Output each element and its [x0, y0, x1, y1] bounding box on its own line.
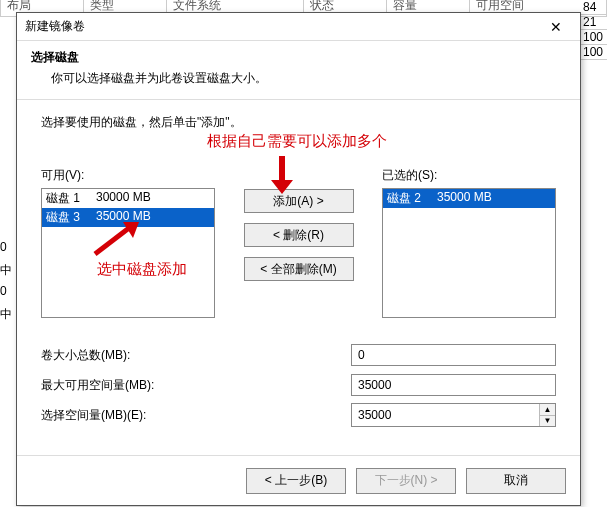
total-size-label: 卷大小总数(MB): [41, 347, 351, 364]
instruction-text: 选择要使用的磁盘，然后单击"添加"。 [41, 114, 556, 131]
select-space-spinner[interactable]: ▲ ▼ [351, 403, 556, 427]
select-space-label: 选择空间量(MB)(E): [41, 407, 351, 424]
close-button[interactable]: ✕ [536, 15, 576, 39]
selected-label: 已选的(S): [382, 167, 556, 184]
available-listbox[interactable]: 磁盘 130000 MB 磁盘 335000 MB [41, 188, 215, 318]
max-space-label: 最大可用空间量(MB): [41, 377, 351, 394]
dialog-header: 选择磁盘 你可以选择磁盘并为此卷设置磁盘大小。 [17, 41, 580, 100]
back-button[interactable]: < 上一步(B) [246, 468, 346, 494]
list-item[interactable]: 磁盘 335000 MB [42, 208, 214, 227]
available-label: 可用(V): [41, 167, 215, 184]
spinner-down-icon[interactable]: ▼ [540, 416, 555, 427]
dialog-title: 新建镜像卷 [25, 18, 536, 35]
select-space-input[interactable] [352, 404, 539, 426]
cancel-button[interactable]: 取消 [466, 468, 566, 494]
close-icon: ✕ [550, 19, 562, 35]
annotation-top: 根据自己需要可以添加多个 [207, 132, 387, 151]
wizard-dialog: 新建镜像卷 ✕ 选择磁盘 你可以选择磁盘并为此卷设置磁盘大小。 选择要使用的磁盘… [16, 12, 581, 506]
titlebar: 新建镜像卷 ✕ [17, 13, 580, 41]
header-subtitle: 你可以选择磁盘并为此卷设置磁盘大小。 [31, 70, 566, 87]
list-item[interactable]: 磁盘 235000 MB [383, 189, 555, 208]
spinner-up-icon[interactable]: ▲ [540, 404, 555, 416]
dialog-footer: < 上一步(B) 下一步(N) > 取消 [17, 455, 580, 505]
background-right-cells: 84 21 100 100 [581, 0, 607, 60]
dialog-body: 选择要使用的磁盘，然后单击"添加"。 根据自己需要可以添加多个 选中磁盘添加 可… [17, 100, 580, 455]
max-space-value: 35000 [351, 374, 556, 396]
remove-button[interactable]: < 删除(R) [244, 223, 354, 247]
header-title: 选择磁盘 [31, 49, 566, 66]
remove-all-button[interactable]: < 全部删除(M) [244, 257, 354, 281]
total-size-value: 0 [351, 344, 556, 366]
background-left-cells: 0 中 0 中 [0, 240, 10, 328]
add-button[interactable]: 添加(A) > [244, 189, 354, 213]
list-item[interactable]: 磁盘 130000 MB [42, 189, 214, 208]
selected-listbox[interactable]: 磁盘 235000 MB [382, 188, 556, 318]
annotation-mid: 选中磁盘添加 [97, 260, 187, 279]
next-button[interactable]: 下一步(N) > [356, 468, 456, 494]
